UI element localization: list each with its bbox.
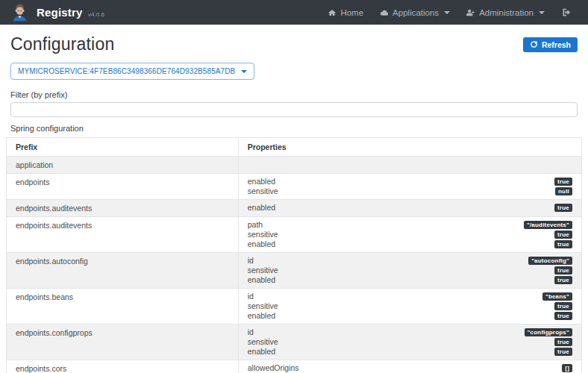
property-line: enabledtrue (248, 239, 572, 249)
property-line: enabledtrue (248, 177, 572, 186)
property-line: enabledtrue (248, 347, 572, 357)
table-row: application (7, 157, 582, 174)
properties-cell: allowedOrigins[]maxAge1800exposedHeaders… (238, 360, 581, 373)
property-value-badge: true (554, 276, 572, 284)
property-value-badge: true (554, 178, 572, 186)
prefix-cell: endpoints.auditevents (7, 200, 239, 217)
table-row: endpoints.auditeventspath"/auditevents"s… (7, 217, 582, 253)
nav-item-label: Applications (392, 8, 439, 17)
config-table-body: applicationendpointsenabledtruesensitive… (7, 157, 582, 373)
main-content: Configuration Refresh MYMICROSERVICE:4F7… (0, 25, 588, 373)
table-row: endpoints.autoconfigid"autoconfig"sensit… (7, 253, 582, 289)
property-value-badge: true (554, 240, 572, 248)
page-title: Configuration (10, 34, 114, 54)
property-value-badge: true (554, 312, 572, 320)
column-header-properties: Properties (238, 138, 581, 157)
table-row: endpointsenabledtruesensitivenull (7, 174, 582, 200)
nav-item-applications[interactable]: Applications (373, 4, 457, 22)
properties-cell: id"beans"sensitivetrueenabledtrue (238, 289, 581, 325)
property-name: sensitive (248, 301, 278, 311)
app-version: v4.0.6 (88, 11, 104, 18)
properties-cell: id"autoconfig"sensitivetrueenabledtrue (238, 253, 581, 289)
prefix-cell: application (7, 157, 239, 174)
property-name: sensitive (248, 230, 278, 239)
property-name: id (248, 327, 254, 337)
property-name: sensitive (248, 337, 278, 347)
nav-item-home[interactable]: Home (321, 4, 370, 22)
home-icon (328, 8, 337, 17)
properties-cell: id"configprops"sensitivetrueenabledtrue (238, 325, 581, 360)
table-row: endpoints.configpropsid"configprops"sens… (7, 325, 582, 360)
property-value-badge: true (554, 204, 572, 212)
prefix-cell: endpoints (7, 174, 239, 200)
property-value-badge: "configprops" (525, 328, 572, 336)
sign-out-button[interactable] (554, 3, 578, 22)
config-table-wrap: Prefix Properties applicationendpointsen… (6, 137, 582, 373)
property-value-badge: "/auditevents" (524, 221, 572, 229)
table-header-row: Prefix Properties (7, 138, 582, 157)
property-value-badge: true (554, 231, 572, 239)
nav-menu: Home Applications Administration (321, 3, 578, 22)
property-name: enabled (248, 311, 275, 321)
property-name: sensitive (248, 266, 278, 275)
sign-out-icon (561, 7, 571, 17)
brand[interactable]: Registry v4.0.6 (10, 3, 104, 22)
property-line: allowedOrigins[] (248, 363, 572, 373)
prefix-cell: endpoints.configprops (7, 325, 239, 360)
instance-dropdown-label: MYMICROSERVICE:4F7EB86C3498366DE764D932B… (18, 67, 235, 75)
properties-cell (238, 157, 581, 174)
refresh-icon (530, 40, 538, 48)
table-row: endpoints.beansid"beans"sensitivetrueena… (7, 289, 582, 325)
property-name: id (248, 292, 254, 301)
table-row: endpoints.auditeventsenabledtrue (7, 200, 582, 217)
prefix-cell: endpoints.cors (7, 360, 239, 373)
properties-cell: path"/auditevents"sensitivetrueenabledtr… (238, 217, 581, 253)
property-name: id (248, 256, 254, 266)
property-line: enabledtrue (248, 311, 572, 321)
prefix-cell: endpoints.beans (7, 289, 239, 325)
property-line: sensitivetrue (248, 266, 572, 275)
property-name: enabled (248, 203, 275, 213)
property-line: id"autoconfig" (248, 256, 572, 266)
property-name: enabled (248, 275, 275, 285)
navbar: Registry v4.0.6 Home Applications Admini… (0, 0, 588, 25)
property-name: enabled (248, 347, 275, 357)
property-value-badge: true (554, 338, 572, 346)
property-line: id"beans" (248, 292, 572, 301)
refresh-label: Refresh (542, 40, 571, 49)
table-row: endpoints.corsallowedOrigins[]maxAge1800… (7, 360, 582, 373)
chevron-down-icon (539, 11, 545, 14)
property-value-badge: "beans" (542, 292, 572, 301)
property-name: allowedOrigins (248, 363, 299, 373)
prefix-cell: endpoints.autoconfig (7, 253, 239, 289)
properties-cell: enabledtruesensitivenull (238, 174, 581, 200)
property-line: id"configprops" (248, 327, 572, 337)
avatar (10, 3, 29, 22)
property-value-badge: true (554, 302, 572, 310)
property-value-badge: true (554, 266, 572, 275)
filter-input[interactable] (10, 102, 578, 117)
nav-item-administration[interactable]: Administration (460, 4, 551, 22)
nav-item-label: Administration (479, 8, 534, 17)
property-line: sensitivetrue (248, 230, 572, 239)
app-title: Registry (37, 6, 83, 19)
property-name: sensitive (248, 186, 278, 196)
filter-label: Filter (by prefix) (10, 90, 578, 99)
chevron-down-icon (444, 11, 450, 14)
property-name: enabled (248, 177, 275, 186)
property-line: sensitivetrue (248, 337, 572, 347)
refresh-button[interactable]: Refresh (523, 37, 578, 52)
property-value-badge: [] (562, 364, 572, 372)
config-table: Prefix Properties applicationendpointsen… (6, 137, 582, 373)
column-header-prefix: Prefix (7, 138, 239, 157)
prefix-cell: endpoints.auditevents (7, 217, 239, 253)
property-line: path"/auditevents" (248, 220, 572, 230)
instance-dropdown[interactable]: MYMICROSERVICE:4F7EB86C3498366DE764D932B… (10, 63, 254, 80)
chevron-down-icon (241, 70, 247, 73)
property-name: path (248, 220, 263, 230)
property-value-badge: true (554, 348, 572, 356)
property-line: sensitivetrue (248, 301, 572, 311)
user-plus-icon (466, 8, 475, 17)
property-value-badge: "autoconfig" (528, 257, 572, 265)
property-line: enabledtrue (248, 203, 572, 213)
